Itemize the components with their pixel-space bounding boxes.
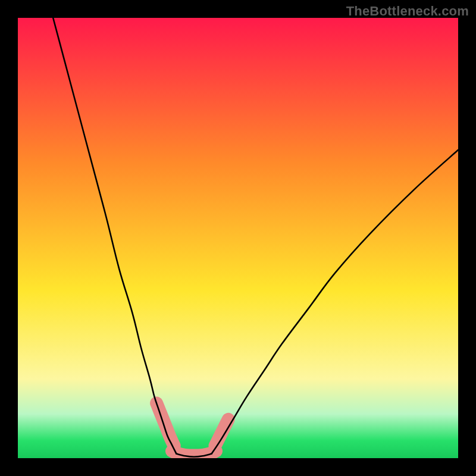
right-curve-path: [212, 150, 458, 454]
plot-area: [18, 18, 458, 458]
main-curves: [53, 18, 458, 457]
root-frame: TheBottleneck.com: [0, 0, 476, 476]
left-curve-path: [53, 18, 176, 454]
marker-band-right-path: [215, 419, 228, 446]
curves-layer: [18, 18, 458, 458]
watermark-text: TheBottleneck.com: [346, 4, 469, 19]
marker-band: [156, 403, 228, 456]
